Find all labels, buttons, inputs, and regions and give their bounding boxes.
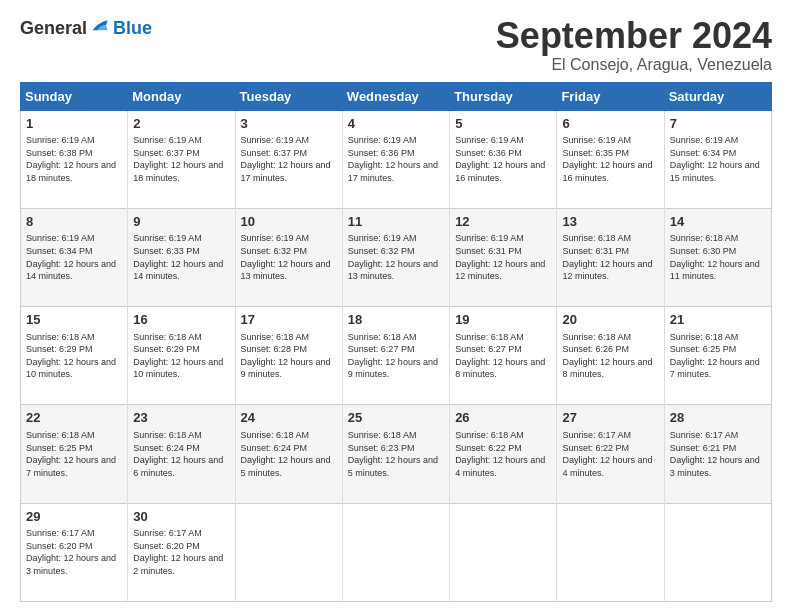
header-sunday: Sunday: [21, 82, 128, 110]
logo-general-text: General: [20, 18, 87, 39]
calendar-header: Sunday Monday Tuesday Wednesday Thursday…: [21, 82, 772, 110]
day-number: 1: [26, 115, 122, 133]
header: General Blue September 2024 El Consejo, …: [20, 16, 772, 74]
day-number: 24: [241, 409, 337, 427]
day-number: 3: [241, 115, 337, 133]
calendar-cell: [664, 503, 771, 601]
calendar-cell: 15Sunrise: 6:18 AMSunset: 6:29 PMDayligh…: [21, 307, 128, 405]
day-number: 7: [670, 115, 766, 133]
day-number: 26: [455, 409, 551, 427]
calendar-cell: 18Sunrise: 6:18 AMSunset: 6:27 PMDayligh…: [342, 307, 449, 405]
day-number: 17: [241, 311, 337, 329]
day-info: Sunrise: 6:18 AMSunset: 6:26 PMDaylight:…: [562, 331, 658, 381]
calendar-cell: 10Sunrise: 6:19 AMSunset: 6:32 PMDayligh…: [235, 208, 342, 306]
day-info: Sunrise: 6:18 AMSunset: 6:22 PMDaylight:…: [455, 429, 551, 479]
calendar-cell: 9Sunrise: 6:19 AMSunset: 6:33 PMDaylight…: [128, 208, 235, 306]
header-monday: Monday: [128, 82, 235, 110]
calendar-cell: 23Sunrise: 6:18 AMSunset: 6:24 PMDayligh…: [128, 405, 235, 503]
calendar-cell: 2Sunrise: 6:19 AMSunset: 6:37 PMDaylight…: [128, 110, 235, 208]
day-number: 2: [133, 115, 229, 133]
day-info: Sunrise: 6:17 AMSunset: 6:20 PMDaylight:…: [26, 527, 122, 577]
calendar-cell: 28Sunrise: 6:17 AMSunset: 6:21 PMDayligh…: [664, 405, 771, 503]
day-number: 25: [348, 409, 444, 427]
day-info: Sunrise: 6:19 AMSunset: 6:36 PMDaylight:…: [348, 134, 444, 184]
day-number: 18: [348, 311, 444, 329]
day-info: Sunrise: 6:19 AMSunset: 6:34 PMDaylight:…: [26, 232, 122, 282]
day-number: 5: [455, 115, 551, 133]
calendar-cell: 13Sunrise: 6:18 AMSunset: 6:31 PMDayligh…: [557, 208, 664, 306]
day-info: Sunrise: 6:19 AMSunset: 6:32 PMDaylight:…: [241, 232, 337, 282]
day-number: 29: [26, 508, 122, 526]
day-info: Sunrise: 6:18 AMSunset: 6:29 PMDaylight:…: [133, 331, 229, 381]
calendar-body: 1Sunrise: 6:19 AMSunset: 6:38 PMDaylight…: [21, 110, 772, 601]
calendar-cell: [450, 503, 557, 601]
day-info: Sunrise: 6:19 AMSunset: 6:36 PMDaylight:…: [455, 134, 551, 184]
header-row: Sunday Monday Tuesday Wednesday Thursday…: [21, 82, 772, 110]
day-info: Sunrise: 6:18 AMSunset: 6:23 PMDaylight:…: [348, 429, 444, 479]
day-info: Sunrise: 6:19 AMSunset: 6:33 PMDaylight:…: [133, 232, 229, 282]
day-info: Sunrise: 6:17 AMSunset: 6:20 PMDaylight:…: [133, 527, 229, 577]
day-number: 30: [133, 508, 229, 526]
day-info: Sunrise: 6:19 AMSunset: 6:37 PMDaylight:…: [241, 134, 337, 184]
day-number: 8: [26, 213, 122, 231]
day-number: 27: [562, 409, 658, 427]
header-saturday: Saturday: [664, 82, 771, 110]
calendar-cell: 14Sunrise: 6:18 AMSunset: 6:30 PMDayligh…: [664, 208, 771, 306]
header-wednesday: Wednesday: [342, 82, 449, 110]
header-thursday: Thursday: [450, 82, 557, 110]
calendar-cell: 20Sunrise: 6:18 AMSunset: 6:26 PMDayligh…: [557, 307, 664, 405]
day-info: Sunrise: 6:18 AMSunset: 6:28 PMDaylight:…: [241, 331, 337, 381]
calendar-cell: 6Sunrise: 6:19 AMSunset: 6:35 PMDaylight…: [557, 110, 664, 208]
calendar-cell: [342, 503, 449, 601]
day-info: Sunrise: 6:19 AMSunset: 6:34 PMDaylight:…: [670, 134, 766, 184]
day-info: Sunrise: 6:18 AMSunset: 6:25 PMDaylight:…: [26, 429, 122, 479]
calendar-cell: 12Sunrise: 6:19 AMSunset: 6:31 PMDayligh…: [450, 208, 557, 306]
day-info: Sunrise: 6:19 AMSunset: 6:35 PMDaylight:…: [562, 134, 658, 184]
day-info: Sunrise: 6:19 AMSunset: 6:31 PMDaylight:…: [455, 232, 551, 282]
day-info: Sunrise: 6:18 AMSunset: 6:27 PMDaylight:…: [455, 331, 551, 381]
day-number: 21: [670, 311, 766, 329]
day-number: 20: [562, 311, 658, 329]
day-number: 28: [670, 409, 766, 427]
calendar-cell: 30Sunrise: 6:17 AMSunset: 6:20 PMDayligh…: [128, 503, 235, 601]
day-info: Sunrise: 6:17 AMSunset: 6:21 PMDaylight:…: [670, 429, 766, 479]
day-info: Sunrise: 6:19 AMSunset: 6:37 PMDaylight:…: [133, 134, 229, 184]
day-info: Sunrise: 6:18 AMSunset: 6:30 PMDaylight:…: [670, 232, 766, 282]
day-info: Sunrise: 6:18 AMSunset: 6:24 PMDaylight:…: [241, 429, 337, 479]
calendar-cell: 8Sunrise: 6:19 AMSunset: 6:34 PMDaylight…: [21, 208, 128, 306]
logo-bird-icon: [91, 16, 111, 40]
day-number: 12: [455, 213, 551, 231]
day-number: 14: [670, 213, 766, 231]
calendar-cell: 19Sunrise: 6:18 AMSunset: 6:27 PMDayligh…: [450, 307, 557, 405]
calendar-cell: 3Sunrise: 6:19 AMSunset: 6:37 PMDaylight…: [235, 110, 342, 208]
calendar-cell: 21Sunrise: 6:18 AMSunset: 6:25 PMDayligh…: [664, 307, 771, 405]
header-tuesday: Tuesday: [235, 82, 342, 110]
day-number: 10: [241, 213, 337, 231]
title-area: September 2024 El Consejo, Aragua, Venez…: [496, 16, 772, 74]
day-info: Sunrise: 6:19 AMSunset: 6:38 PMDaylight:…: [26, 134, 122, 184]
day-number: 11: [348, 213, 444, 231]
day-info: Sunrise: 6:18 AMSunset: 6:24 PMDaylight:…: [133, 429, 229, 479]
calendar-cell: 22Sunrise: 6:18 AMSunset: 6:25 PMDayligh…: [21, 405, 128, 503]
month-title: September 2024: [496, 16, 772, 56]
day-number: 23: [133, 409, 229, 427]
calendar-week-row: 15Sunrise: 6:18 AMSunset: 6:29 PMDayligh…: [21, 307, 772, 405]
calendar-cell: 26Sunrise: 6:18 AMSunset: 6:22 PMDayligh…: [450, 405, 557, 503]
day-number: 19: [455, 311, 551, 329]
day-number: 6: [562, 115, 658, 133]
calendar-cell: 11Sunrise: 6:19 AMSunset: 6:32 PMDayligh…: [342, 208, 449, 306]
header-friday: Friday: [557, 82, 664, 110]
calendar-week-row: 29Sunrise: 6:17 AMSunset: 6:20 PMDayligh…: [21, 503, 772, 601]
day-info: Sunrise: 6:19 AMSunset: 6:32 PMDaylight:…: [348, 232, 444, 282]
logo-blue-text: Blue: [113, 18, 152, 39]
calendar-cell: 25Sunrise: 6:18 AMSunset: 6:23 PMDayligh…: [342, 405, 449, 503]
calendar-week-row: 22Sunrise: 6:18 AMSunset: 6:25 PMDayligh…: [21, 405, 772, 503]
calendar-cell: 1Sunrise: 6:19 AMSunset: 6:38 PMDaylight…: [21, 110, 128, 208]
day-info: Sunrise: 6:18 AMSunset: 6:25 PMDaylight:…: [670, 331, 766, 381]
day-info: Sunrise: 6:18 AMSunset: 6:31 PMDaylight:…: [562, 232, 658, 282]
calendar-week-row: 1Sunrise: 6:19 AMSunset: 6:38 PMDaylight…: [21, 110, 772, 208]
calendar-week-row: 8Sunrise: 6:19 AMSunset: 6:34 PMDaylight…: [21, 208, 772, 306]
day-number: 15: [26, 311, 122, 329]
calendar-cell: 24Sunrise: 6:18 AMSunset: 6:24 PMDayligh…: [235, 405, 342, 503]
day-number: 13: [562, 213, 658, 231]
